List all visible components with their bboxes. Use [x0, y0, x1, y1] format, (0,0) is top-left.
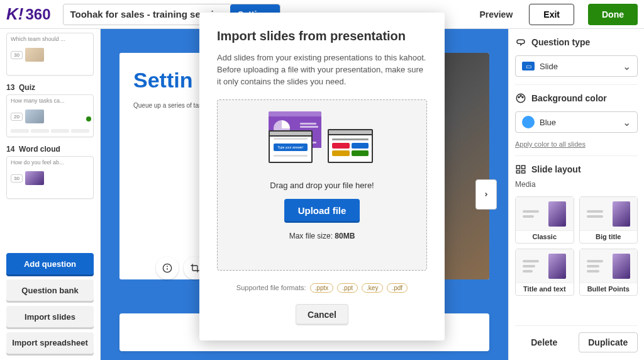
question-type-value: Slide [540, 62, 618, 71]
slide-index-label: 13 Quiz [6, 83, 94, 92]
timer-badge: 30 [11, 51, 23, 59]
timer-badge: 30 [11, 174, 23, 183]
modal-title: Import slides from presentation [217, 29, 427, 43]
format-pill: .ppt [337, 283, 358, 293]
layout-card-big-title[interactable]: Big title [579, 196, 638, 244]
slide-type-icon: ▭ [522, 62, 535, 70]
supported-formats: Supported file formats: .pptx .ppt .key … [217, 283, 427, 293]
delete-button[interactable]: Delete [515, 332, 574, 352]
slide-index-label: 14 Word cloud [6, 145, 94, 154]
question-type-select[interactable]: ▭ Slide ⌄ [515, 55, 638, 77]
bg-color-heading: Background color [515, 93, 638, 104]
thumb-image [25, 48, 44, 62]
exit-button[interactable]: Exit [529, 4, 574, 25]
done-button[interactable]: Done [588, 4, 638, 25]
slide-layout-heading: Slide layout [515, 164, 638, 175]
svg-point-2 [167, 266, 168, 267]
apply-color-all-link[interactable]: Apply color to all slides [515, 140, 638, 148]
question-type-heading: Question type [515, 37, 638, 48]
layout-card-label: Title and text [523, 285, 566, 293]
question-bank-button[interactable]: Question bank [6, 279, 94, 301]
format-pill: .key [362, 283, 383, 293]
modal-description: Add slides from your existing presentati… [217, 52, 427, 88]
slide-thumbnail[interactable]: Which team should ... 30 [6, 33, 94, 76]
import-illustration: Type your answer! [269, 111, 375, 174]
slide-item[interactable]: 13 Quiz How many tasks ca... 20 [6, 81, 94, 137]
layout-card-label: Big title [596, 233, 621, 240]
media-label: Media [515, 180, 638, 189]
brand-logo: K! 360 [6, 4, 50, 24]
layout-card-label: Bullet Points [587, 285, 630, 293]
dropzone-text: Drag and drop your file here! [270, 181, 374, 190]
layout-card-bullets[interactable]: Bullet Points [579, 249, 638, 296]
duplicate-button[interactable]: Duplicate [579, 332, 638, 352]
color-chip [522, 116, 535, 128]
chevron-down-icon: ⌄ [623, 60, 631, 72]
properties-panel: Question type ▭ Slide ⌄ Background color… [508, 29, 644, 360]
thumb-image [25, 171, 44, 185]
status-dot [86, 116, 91, 121]
layout-card-classic[interactable]: Classic [515, 196, 574, 244]
format-pill: .pptx [310, 283, 334, 293]
question-type-icon [515, 37, 526, 48]
svg-point-6 [522, 97, 523, 98]
upload-file-button[interactable]: Upload file [284, 199, 360, 223]
add-question-button[interactable]: Add question [6, 253, 94, 274]
format-pill: .pdf [387, 283, 408, 293]
cancel-button[interactable]: Cancel [296, 304, 348, 325]
bg-color-select[interactable]: Blue ⌄ [515, 111, 638, 133]
layout-card-title-text[interactable]: Title and text [515, 249, 574, 296]
svg-rect-9 [516, 171, 519, 173]
slide-thumb-title: How many tasks ca... [11, 98, 89, 104]
slide-item[interactable]: Which team should ... 30 [6, 33, 94, 76]
preview-link[interactable]: Preview [479, 9, 513, 20]
import-spreadsheet-button[interactable]: Import spreadsheet [6, 332, 94, 354]
next-slide-button[interactable] [475, 179, 497, 210]
file-dropzone[interactable]: Type your answer! Drag and drop your fil… [217, 99, 427, 271]
import-slides-modal: Import slides from presentation Add slid… [199, 13, 445, 340]
import-slides-button[interactable]: Import slides [6, 306, 94, 327]
info-icon[interactable] [156, 257, 179, 279]
slide-item[interactable]: 14 Word cloud How do you feel ab... 30 [6, 142, 94, 199]
svg-point-5 [520, 95, 521, 96]
slide-thumbnail[interactable]: How do you feel ab... 30 [6, 156, 94, 199]
layout-card-label: Classic [532, 233, 557, 240]
slide-thumb-title: Which team should ... [11, 36, 89, 42]
thumb-image [25, 110, 44, 123]
slide-thumbnail[interactable]: How many tasks ca... 20 [6, 94, 94, 137]
max-filesize-text: Max file size: 80MB [289, 232, 355, 240]
logo-k: K! [6, 4, 23, 24]
svg-point-4 [518, 97, 519, 98]
palette-icon [515, 93, 526, 104]
layout-icon [515, 164, 526, 175]
bg-color-value: Blue [540, 118, 618, 127]
slide-sidebar: Which team should ... 30 13 Quiz How man… [0, 29, 101, 360]
slide-thumb-title: How do you feel ab... [11, 159, 89, 166]
svg-rect-8 [522, 166, 525, 169]
timer-badge: 20 [11, 113, 23, 121]
svg-rect-7 [516, 166, 519, 169]
svg-rect-10 [522, 171, 525, 173]
chevron-down-icon: ⌄ [623, 116, 631, 128]
logo-360: 360 [25, 6, 50, 23]
